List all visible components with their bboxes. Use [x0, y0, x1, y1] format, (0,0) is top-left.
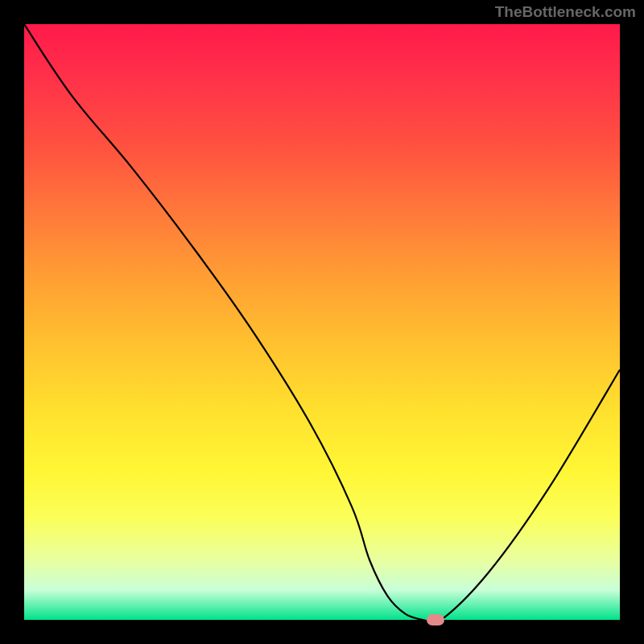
plot-area: [24, 24, 620, 620]
curve-svg: [24, 24, 620, 620]
watermark-text: TheBottleneck.com: [495, 3, 636, 21]
optimal-marker: [427, 614, 444, 625]
bottleneck-curve-path: [24, 24, 620, 620]
